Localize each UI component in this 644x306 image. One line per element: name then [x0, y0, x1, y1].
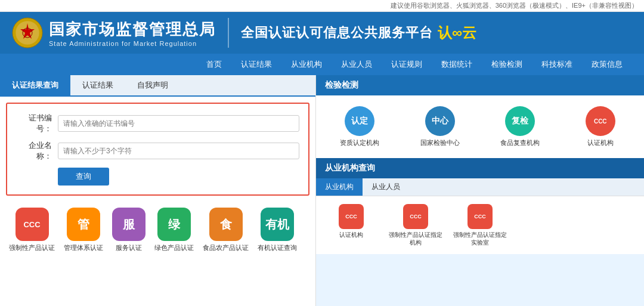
agency-mandatory-org[interactable]: CCC 强制性产品认证指定机构 — [385, 201, 446, 249]
inspection-header: 检验检测 — [316, 75, 644, 95]
inspection-item-accred[interactable]: 认定 资质认定机构 — [322, 101, 398, 152]
cert-number-row: 证书编号： — [16, 113, 299, 134]
service-label: 服务认证 — [116, 243, 142, 252]
inspection-item-food[interactable]: 复检 食品复查机构 — [482, 101, 558, 152]
cert-inspect-label: 认证机构 — [587, 138, 614, 147]
food-icon: 食 — [209, 208, 243, 241]
nav-cert-result[interactable]: 认证结果 — [231, 54, 281, 75]
ccc-icon: CCC — [16, 208, 49, 241]
agency-lab[interactable]: CCC 强制性产品认证指定实验室 — [450, 201, 510, 249]
tab-cert-result[interactable]: 认证结果 — [70, 75, 125, 95]
svg-text:国: 国 — [25, 31, 30, 36]
inspection-item-center[interactable]: 中心 国家检验中心 — [402, 101, 478, 152]
icon-ccc[interactable]: CCC 强制性产品认证 — [9, 208, 55, 252]
main-nav: 首页 认证结果 从业机构 从业人员 认证规则 数据统计 检验检测 科技标准 政策… — [0, 54, 644, 75]
nav-inspection[interactable]: 检验检测 — [482, 54, 532, 75]
nav-person[interactable]: 从业人员 — [332, 54, 382, 75]
food-inspect-icon: 复检 — [505, 106, 535, 136]
cert-input[interactable] — [58, 115, 299, 132]
header: 国 国家市场监督管理总局 State Administration for Ma… — [0, 12, 644, 54]
inspection-grid: 认定 资质认定机构 中心 国家检验中心 复检 食品复查机构 CCC 认证机构 — [316, 95, 644, 158]
nav-tech[interactable]: 科技标准 — [532, 54, 582, 75]
platform-area: 全国认证认可信息公共服务平台 认∞云 — [241, 23, 476, 42]
food-inspect-label: 食品复查机构 — [500, 138, 540, 147]
agency-cert-label: 认证机构 — [339, 231, 363, 239]
nav-stats[interactable]: 数据统计 — [432, 54, 482, 75]
agency-tab-person[interactable]: 从业人员 — [363, 178, 409, 196]
agency-cert-icon: CCC — [339, 204, 364, 229]
mgmt-icon: 管 — [67, 208, 100, 241]
nav-rules[interactable]: 认证规则 — [382, 54, 432, 75]
agency-tabs: 从业机构 从业人员 — [316, 178, 644, 196]
green-label: 绿色产品认证 — [154, 243, 194, 252]
agency-grid: CCC 认证机构 CCC 强制性产品认证指定机构 CCC 强制性产品认证指定实验… — [316, 196, 644, 254]
agency-cert-org[interactable]: CCC 认证机构 — [321, 201, 382, 249]
inspection-item-cert[interactable]: CCC 认证机构 — [563, 101, 639, 152]
renyun-logo: 认∞云 — [438, 23, 476, 42]
notice-text: 建议使用谷歌浏览器、火狐浏览器、360浏览器（极速模式）、IE9+（非兼容性视图… — [391, 2, 638, 9]
service-icon: 服 — [112, 208, 145, 241]
company-input[interactable] — [58, 143, 299, 159]
accred-icon: 认定 — [345, 106, 374, 136]
main-content: 认证结果查询 认证结果 自我声明 证书编号： 企业名称： 查询 CCC — [0, 75, 644, 306]
nav-org[interactable]: 从业机构 — [281, 54, 332, 75]
food-label: 食品农产品认证 — [203, 243, 249, 252]
national-emblem: 国 — [12, 17, 43, 48]
accred-label: 资质认定机构 — [340, 138, 379, 147]
organic-icon: 有机 — [261, 208, 294, 241]
tab-cert-query[interactable]: 认证结果查询 — [0, 75, 70, 95]
center-icon: 中心 — [425, 106, 455, 136]
agency-mandatory-label: 强制性产品认证指定机构 — [388, 231, 443, 246]
inspection-section: 检验检测 认定 资质认定机构 中心 国家检验中心 复检 食品复查机构 CCC — [316, 75, 644, 158]
center-label: 国家检验中心 — [420, 138, 460, 147]
icon-food[interactable]: 食 食品农产品认证 — [203, 208, 249, 252]
organic-label: 有机认证查询 — [258, 243, 297, 252]
company-label: 企业名称： — [16, 140, 52, 162]
agency-lab-label: 强制性产品认证指定实验室 — [453, 231, 507, 246]
logo-main-text: 国家市场监督管理总局 — [49, 19, 216, 40]
nav-home[interactable]: 首页 — [197, 54, 231, 75]
icon-mgmt[interactable]: 管 管理体系认证 — [64, 208, 103, 252]
header-divider — [228, 18, 229, 48]
agency-mandatory-icon: CCC — [403, 204, 428, 229]
agency-lab-icon: CCC — [467, 204, 493, 229]
search-form: 证书编号： 企业名称： 查询 — [6, 103, 309, 196]
query-button[interactable]: 查询 — [58, 168, 109, 186]
company-name-row: 企业名称： — [16, 140, 299, 162]
inspection-title: 检验检测 — [325, 80, 358, 89]
cert-label: 证书编号： — [16, 113, 52, 134]
nav-policy[interactable]: 政策信息 — [582, 54, 632, 75]
icon-service[interactable]: 服 服务认证 — [112, 208, 145, 252]
agency-tab-org[interactable]: 从业机构 — [316, 178, 363, 196]
green-icon: 绿 — [157, 208, 191, 241]
left-tabs: 认证结果查询 认证结果 自我声明 — [0, 75, 315, 97]
agency-header: 从业机构查询 — [316, 158, 644, 178]
agency-section: 从业机构查询 从业机构 从业人员 CCC 认证机构 CCC 强制性产品认证指定机… — [316, 158, 644, 254]
tab-self-declare[interactable]: 自我声明 — [125, 75, 180, 95]
ccc-label: 强制性产品认证 — [9, 243, 55, 252]
platform-text: 全国认证认可信息公共服务平台 — [241, 24, 433, 42]
agency-title: 从业机构查询 — [325, 163, 375, 172]
left-panel: 认证结果查询 认证结果 自我声明 证书编号： 企业名称： 查询 CCC — [0, 75, 316, 306]
logo-sub-text: State Administration for Market Regulati… — [49, 40, 216, 47]
mgmt-label: 管理体系认证 — [64, 243, 103, 252]
right-panel: 检验检测 认定 资质认定机构 中心 国家检验中心 复检 食品复查机构 CCC — [316, 75, 644, 306]
cert-icon-grid: CCC 强制性产品认证 管 管理体系认证 服 服务认证 绿 绿色产品认证 食 食… — [0, 202, 315, 258]
icon-green[interactable]: 绿 绿色产品认证 — [154, 208, 194, 252]
cert-inspect-icon: CCC — [586, 106, 615, 136]
logo-area: 国 国家市场监督管理总局 State Administration for Ma… — [12, 17, 216, 48]
notice-bar: 建议使用谷歌浏览器、火狐浏览器、360浏览器（极速模式）、IE9+（非兼容性视图… — [0, 0, 644, 12]
icon-organic[interactable]: 有机 有机认证查询 — [258, 208, 297, 252]
logo-text-block: 国家市场监督管理总局 State Administration for Mark… — [49, 19, 216, 47]
